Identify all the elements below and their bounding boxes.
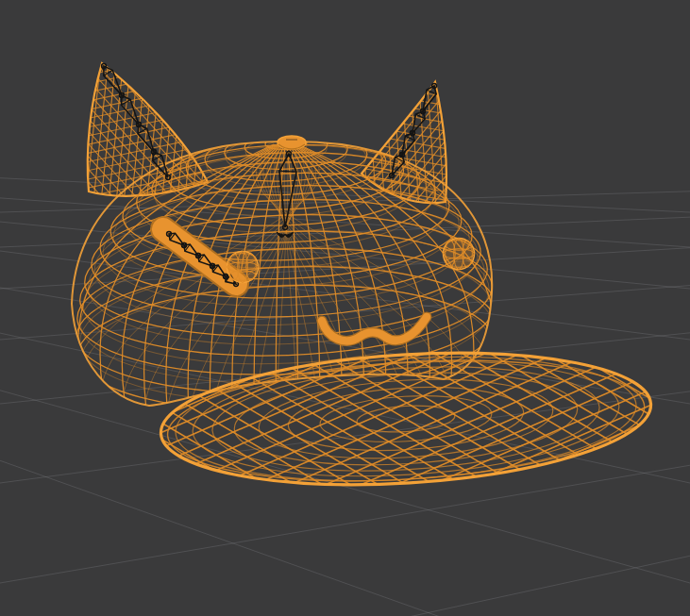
viewport-background xyxy=(0,0,690,616)
3d-viewport[interactable] xyxy=(0,0,690,616)
right-eye-mesh[interactable] xyxy=(444,239,475,270)
left-eye-mesh[interactable] xyxy=(227,252,259,283)
viewport-canvas[interactable] xyxy=(0,0,690,616)
top-button-mesh[interactable] xyxy=(278,136,306,149)
